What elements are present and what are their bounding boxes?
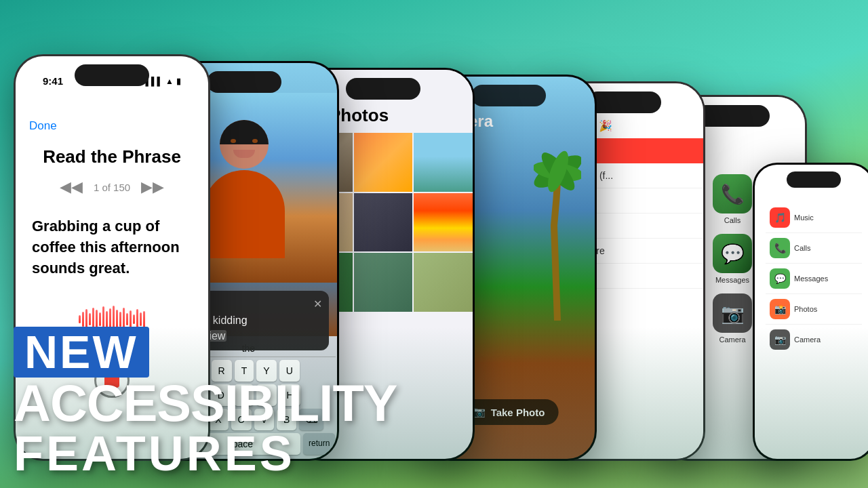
dynamic-island-5 (587, 92, 661, 113)
wave-bar (133, 314, 135, 324)
wave-bar (82, 312, 84, 327)
photo-cell-umbrella[interactable] (354, 133, 413, 192)
accessibility-text: ACCESSIBILITY (14, 378, 854, 429)
photo-cell-sunset[interactable] (414, 193, 473, 252)
wave-bar (126, 313, 128, 325)
done-button[interactable]: Done (29, 119, 195, 133)
photo-cell-8[interactable] (354, 253, 413, 312)
photo-cell-shadow[interactable] (354, 193, 413, 252)
small-calls-icon: 📞 (770, 238, 790, 258)
status-time-1: 9:41 (43, 75, 63, 87)
person-eye-left (231, 139, 236, 143)
small-messages-icon: 💬 (770, 268, 790, 289)
wave-bar (99, 312, 101, 326)
wave-bar (106, 311, 108, 328)
phrase-count: 1 of 150 (94, 182, 130, 193)
phrase-nav: ◀◀ 1 of 150 ▶▶ (29, 178, 195, 196)
dynamic-island-2 (207, 71, 281, 93)
wave-bar (79, 315, 81, 323)
phrase-text: Grabbing a cup of coffee this afternoon … (29, 216, 195, 279)
calls-app-icon: 📞 (713, 174, 752, 214)
features-text: FEATURES (14, 429, 854, 478)
small-app-item-photos[interactable]: 📸 Photos (766, 294, 862, 325)
read-phrase-title: Read the Phrase (29, 146, 195, 167)
small-app-item-messages[interactable]: 💬 Messages (766, 264, 862, 294)
person-body (203, 170, 285, 258)
person-hair (220, 120, 269, 144)
photo-cell-3[interactable] (414, 133, 473, 192)
dynamic-island-6 (695, 105, 770, 127)
music-app-icon: 🎵 (770, 207, 790, 228)
wave-bar (119, 312, 121, 327)
small-photos-label: Photos (794, 305, 817, 313)
messages-app-icon: 💬 (713, 234, 752, 273)
person-eye-right (252, 139, 258, 143)
small-calls-label: Calls (794, 244, 810, 252)
wave-bar (89, 313, 91, 325)
wave-bar (140, 312, 142, 326)
new-row: NEW (14, 327, 854, 378)
small-photos-icon: 📸 (770, 299, 790, 319)
wave-bar (143, 311, 145, 327)
dynamic-island-4 (471, 85, 546, 106)
banner-overlay: NEW ACCESSIBILITY FEATURES (0, 327, 868, 488)
status-icons-1: ▌▌▌ ▲ ▮ (146, 77, 181, 86)
dynamic-island-7 (787, 171, 841, 188)
wifi-icon: ▲ (165, 77, 174, 86)
new-badge: NEW (14, 327, 149, 378)
next-arrow-icon[interactable]: ▶▶ (141, 178, 164, 196)
small-app-item-calls[interactable]: 📞 Calls (766, 233, 862, 264)
phrases-close-icon[interactable]: ✕ (313, 298, 322, 310)
photo-cell-9[interactable] (414, 253, 473, 312)
person-mouth (233, 150, 255, 158)
party-emoji-icon: 🎉 (599, 119, 612, 132)
dynamic-island-3 (346, 78, 420, 100)
dynamic-island-1 (75, 64, 149, 86)
battery-icon: ▮ (176, 77, 181, 86)
small-app-item-music[interactable]: 🎵 Music (766, 203, 862, 233)
calls-label: Calls (724, 216, 741, 224)
person-head (220, 120, 269, 169)
prev-arrow-icon[interactable]: ◀◀ (60, 178, 83, 196)
app-item-calls[interactable]: 📞 Calls (713, 174, 752, 224)
music-app-label: Music (794, 214, 814, 222)
app-item-messages[interactable]: 💬 Messages (713, 234, 752, 284)
messages-label: Messages (715, 276, 749, 284)
small-messages-label: Messages (794, 274, 828, 283)
